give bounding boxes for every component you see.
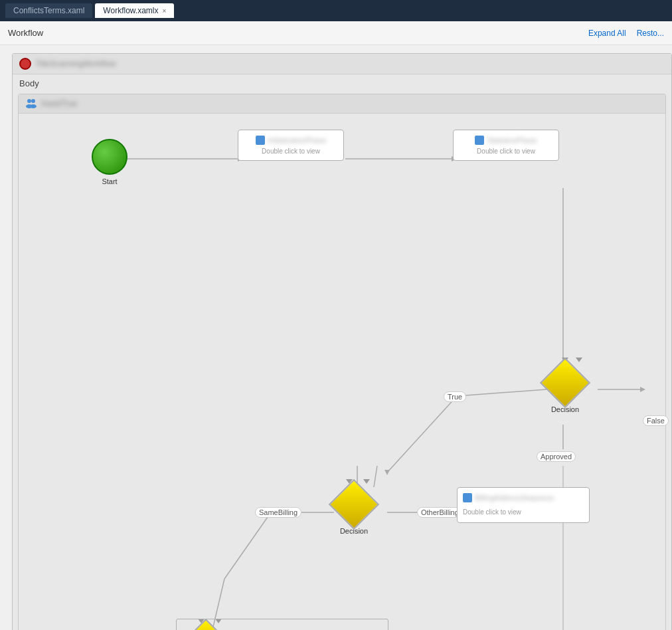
billing-title: BillingAddressSequence [475,494,554,502]
restore-button[interactable]: Resto... [637,29,664,38]
svg-line-10 [457,389,546,396]
phase-icon-stat [475,136,484,145]
billing-subtitle: Double click to view [463,508,521,516]
sequence-header: IneedTrue [19,94,665,114]
svg-point-0 [27,99,31,103]
phase-header-stat: StatisticsPhase [475,136,537,145]
phase-title-stat: StatisticsPhase [487,136,537,144]
decision-diamond-1 [540,358,590,408]
svg-line-17 [224,512,271,579]
branch-rect-3 [176,619,388,630]
phase-subtitle-stat: Double click to view [477,148,535,155]
start-label: Start [102,177,117,185]
workflow-content: Start InitializationPhase Double click t… [19,114,665,630]
phase-box-init[interactable]: InitializationPhase Double click to view [238,130,344,161]
tab-active-label: Workflow.xamlx [103,6,158,15]
workflow-icon [19,58,31,70]
decision-diamond-2 [329,479,379,530]
connector-otherbilling: OtherBilling [417,507,463,518]
phase-box-stat[interactable]: StatisticsPhase Double click to view [453,130,559,161]
phase-title-init: InitializationPhase [268,136,327,144]
svg-line-11 [387,396,457,472]
expand-all-button[interactable]: Expand All [588,29,626,38]
connector-samebilling: SameBilling [255,507,301,518]
phase-subtitle-init: Double click to view [262,148,320,155]
svg-marker-14 [640,387,645,392]
toolbar-actions: Expand All Resto... [588,29,664,38]
billing-address-box[interactable]: BillingAddressSequence Double click to v… [457,487,590,523]
tab-inactive[interactable]: ConflictsTerms.xaml [5,3,92,18]
connector-false-1: False [643,415,669,426]
workflow-outer: TitleScanningWorkflow Body IneedTrue [12,53,672,630]
workflow-label: Workflow [8,28,43,38]
sequence-icon [25,98,37,110]
svg-line-24 [374,466,377,487]
svg-marker-12 [384,470,390,475]
svg-point-1 [31,99,35,103]
body-label: Body [13,74,671,92]
start-node: Start [92,139,127,185]
sequence-title: IneedTrue [41,99,77,108]
tab-active[interactable]: Workflow.xamlx × [95,3,174,18]
connector-true: True [444,391,466,402]
decision-node-2[interactable]: Decision [334,484,374,535]
start-circle [92,139,127,175]
connector-approved: Approved [537,451,576,462]
title-bar: ConflictsTerms.xaml Workflow.xamlx × [0,0,672,21]
workflow-header: TitleScanningWorkflow [13,54,671,74]
tab-close-button[interactable]: × [163,7,167,15]
decision-node-1[interactable]: Decision [545,363,585,413]
toolbar: Workflow Expand All Resto... [0,21,672,45]
workflow-title: TitleScanningWorkflow [35,59,116,68]
canvas-container: TitleScanningWorkflow Body IneedTrue [0,45,672,630]
sequence-outer: IneedTrue [18,94,666,630]
phase-icon-init [256,136,265,145]
billing-icon [463,493,472,502]
svg-point-3 [30,104,37,108]
phase-header-init: InitializationPhase [256,136,327,145]
billing-header: BillingAddressSequence [463,493,584,502]
